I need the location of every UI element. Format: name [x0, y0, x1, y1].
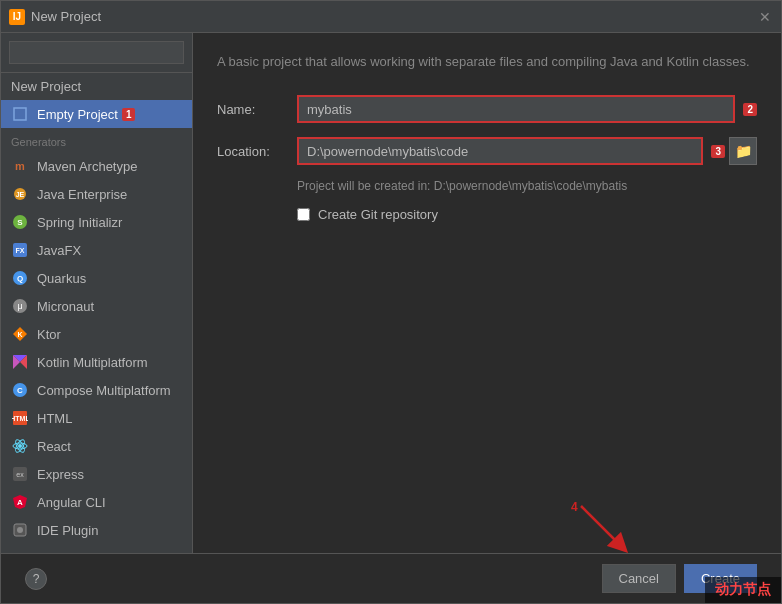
sidebar-item-compose[interactable]: C Compose Multiplatform: [1, 376, 192, 404]
help-icon: ?: [33, 572, 40, 586]
sidebar-item-spring[interactable]: S Spring Initializr: [1, 208, 192, 236]
svg-text:C: C: [17, 386, 23, 395]
micronaut-icon: μ: [11, 297, 29, 315]
main-panel: A basic project that allows working with…: [193, 33, 781, 553]
folder-icon: 📁: [735, 143, 752, 159]
java-enterprise-label: Java Enterprise: [37, 187, 127, 202]
git-checkbox-row: Create Git repository: [297, 207, 757, 222]
svg-text:Q: Q: [17, 274, 23, 283]
empty-project-icon: [11, 105, 29, 123]
help-button[interactable]: ?: [25, 568, 47, 590]
ktor-icon: K: [11, 325, 29, 343]
svg-point-29: [17, 527, 23, 533]
ide-plugin-label: IDE Plugin: [37, 523, 98, 538]
badge-3: 3: [711, 145, 725, 158]
sidebar-item-quarkus[interactable]: Q Quarkus: [1, 264, 192, 292]
maven-icon: m: [11, 157, 29, 175]
sidebar-item-html[interactable]: HTML HTML: [1, 404, 192, 432]
sidebar-item-kotlin-multiplatform[interactable]: Kotlin Multiplatform: [1, 348, 192, 376]
sidebar-item-empty-project[interactable]: Empty Project 1: [1, 100, 192, 128]
svg-point-20: [18, 444, 22, 448]
git-checkbox-label: Create Git repository: [318, 207, 438, 222]
kotlin-multiplatform-label: Kotlin Multiplatform: [37, 355, 148, 370]
svg-rect-0: [14, 108, 26, 120]
svg-text:K: K: [17, 331, 22, 338]
path-hint: Project will be created in: D:\powernode…: [297, 179, 757, 193]
badge-2: 2: [743, 103, 757, 116]
empty-project-label: Empty Project: [37, 107, 118, 122]
svg-text:HTML: HTML: [12, 415, 28, 422]
location-input[interactable]: [297, 137, 703, 165]
react-icon: [11, 437, 29, 455]
quarkus-label: Quarkus: [37, 271, 86, 286]
cancel-button[interactable]: Cancel: [602, 564, 676, 593]
ktor-label: Ktor: [37, 327, 61, 342]
html-label: HTML: [37, 411, 72, 426]
svg-text:ex: ex: [16, 471, 24, 478]
location-row: Location: 3 📁: [217, 137, 757, 165]
sidebar-item-javafx[interactable]: FX JavaFX: [1, 236, 192, 264]
close-button[interactable]: ✕: [757, 9, 773, 25]
sidebar-item-ktor[interactable]: K Ktor: [1, 320, 192, 348]
bottom-bar: ? 4 Cancel Create 动力节点: [1, 553, 781, 603]
watermark: 动力节点: [705, 577, 781, 603]
javafx-icon: FX: [11, 241, 29, 259]
java-enterprise-icon: JE: [11, 185, 29, 203]
title-bar: IJ New Project ✕: [1, 1, 781, 33]
sidebar-item-angular[interactable]: A Angular CLI: [1, 488, 192, 516]
svg-text:FX: FX: [16, 247, 25, 254]
name-row: Name: 2: [217, 95, 757, 123]
spring-label: Spring Initializr: [37, 215, 122, 230]
javafx-label: JavaFX: [37, 243, 81, 258]
compose-label: Compose Multiplatform: [37, 383, 171, 398]
search-box: [1, 33, 192, 73]
new-project-section: New Project: [1, 73, 192, 100]
ide-plugin-icon: [11, 521, 29, 539]
browse-button[interactable]: 📁: [729, 137, 757, 165]
svg-text:μ: μ: [17, 301, 22, 311]
svg-text:JE: JE: [16, 191, 25, 198]
sidebar-item-express[interactable]: ex Express: [1, 460, 192, 488]
express-label: Express: [37, 467, 84, 482]
location-input-group: 3 📁: [297, 137, 757, 165]
badge-1: 1: [122, 108, 136, 121]
spring-icon: S: [11, 213, 29, 231]
quarkus-icon: Q: [11, 269, 29, 287]
sidebar-item-maven-archetype[interactable]: m Maven Archetype: [1, 152, 192, 180]
git-checkbox[interactable]: [297, 208, 310, 221]
sidebar-item-react[interactable]: React: [1, 432, 192, 460]
maven-label: Maven Archetype: [37, 159, 137, 174]
compose-icon: C: [11, 381, 29, 399]
svg-text:A: A: [17, 498, 23, 507]
search-input[interactable]: [9, 41, 184, 64]
location-label: Location:: [217, 144, 297, 159]
express-icon: ex: [11, 465, 29, 483]
app-icon: IJ: [9, 9, 25, 25]
description-text: A basic project that allows working with…: [217, 53, 757, 71]
name-label: Name:: [217, 102, 297, 117]
cancel-label: Cancel: [619, 571, 659, 586]
react-label: React: [37, 439, 71, 454]
window-title: New Project: [31, 9, 757, 24]
content-area: New Project Empty Project 1 Generators m…: [1, 33, 781, 553]
html-icon: HTML: [11, 409, 29, 427]
angular-icon: A: [11, 493, 29, 511]
new-project-dialog: IJ New Project ✕ New Project Empty Proje…: [0, 0, 782, 604]
svg-text:S: S: [17, 218, 23, 227]
new-project-label: New Project: [11, 79, 81, 94]
sidebar-item-ide-plugin[interactable]: IDE Plugin: [1, 516, 192, 544]
angular-label: Angular CLI: [37, 495, 106, 510]
micronaut-label: Micronaut: [37, 299, 94, 314]
sidebar: New Project Empty Project 1 Generators m…: [1, 33, 193, 553]
sidebar-item-micronaut[interactable]: μ Micronaut: [1, 292, 192, 320]
sidebar-item-java-enterprise[interactable]: JE Java Enterprise: [1, 180, 192, 208]
kotlin-icon: [11, 353, 29, 371]
name-input[interactable]: [297, 95, 735, 123]
generators-label: Generators: [1, 128, 192, 152]
